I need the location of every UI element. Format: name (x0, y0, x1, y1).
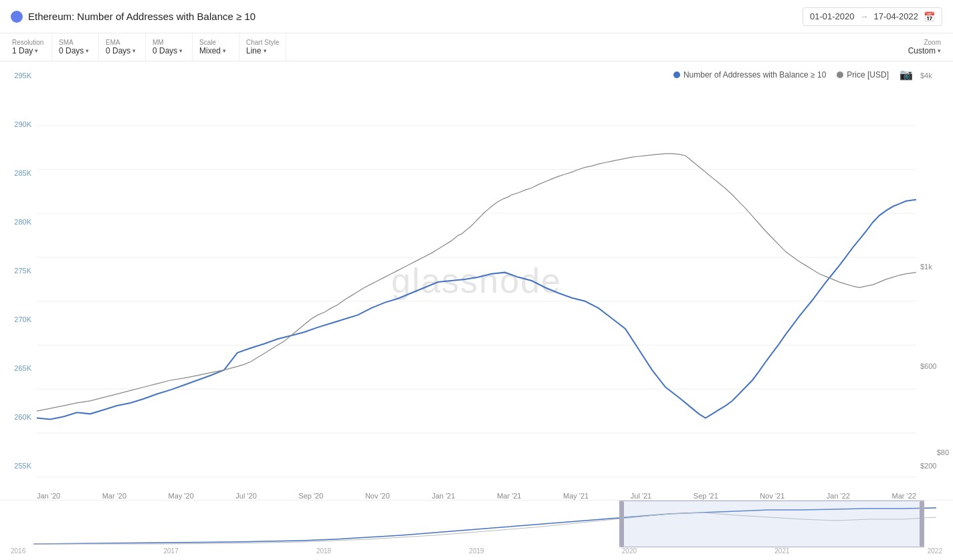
mini-x-2020: 2020 (622, 547, 637, 555)
x-label-jul21: Jul '21 (631, 492, 651, 500)
y-label-290k: 290K (0, 120, 37, 128)
mini-x-2018: 2018 (316, 547, 331, 555)
zoom-value: Custom ▾ (908, 46, 941, 55)
chevron-down-icon: ▾ (223, 47, 226, 54)
chart-style-dropdown[interactable]: Chart Style Line ▾ (239, 33, 286, 61)
y-label-600: $600 (916, 362, 953, 370)
chart-container: Number of Addresses with Balance ≥ 10 Pr… (0, 61, 953, 500)
x-label-mar20: Mar '20 (102, 492, 126, 500)
ema-dropdown[interactable]: EMA 0 Days ▾ (99, 33, 146, 61)
camera-icon[interactable]: 📷 (899, 68, 913, 81)
header-left: Ethereum: Number of Addresses with Balan… (11, 11, 255, 23)
x-label-sep21: Sep '21 (694, 492, 718, 500)
legend-label-price: Price [USD] (847, 70, 889, 80)
x-axis: Jan '20 Mar '20 May '20 Jul '20 Sep '20 … (37, 492, 916, 500)
y-axis-left: 295K 290K 285K 280K 275K 270K 265K 260K … (0, 61, 37, 480)
sma-value: 0 Days ▾ (59, 46, 89, 55)
ema-label: EMA (106, 39, 120, 46)
date-range-picker[interactable]: 01-01-2020 → 17-04-2022 📅 (803, 7, 942, 26)
y-label-275k: 275K (0, 267, 37, 275)
chevron-down-icon: ▾ (86, 47, 89, 54)
y-axis-right: $4k $1k $600 $200 $80 (916, 61, 953, 480)
y-label-200: $200 (916, 462, 953, 470)
legend-label-addresses: Number of Addresses with Balance ≥ 10 (683, 70, 826, 80)
x-label-jul20: Jul '20 (235, 492, 256, 500)
y-label-255k: 255K (0, 462, 37, 470)
x-label-jan20: Jan '20 (37, 492, 60, 500)
sma-dropdown[interactable]: SMA 0 Days ▾ (52, 33, 99, 61)
x-label-jan21: Jan '21 (431, 492, 455, 500)
x-label-mar22: Mar '22 (892, 492, 916, 500)
chart-style-label: Chart Style (246, 39, 279, 46)
y-label-270k: 270K (0, 315, 37, 323)
chevron-down-icon: ▾ (263, 47, 267, 54)
mm-label: MM (152, 39, 164, 46)
x-label-jan22: Jan '22 (827, 492, 850, 500)
mini-chart: 2016 2017 2018 2019 2020 2021 2022 (0, 500, 953, 560)
ema-value: 0 Days ▾ (106, 46, 136, 55)
header: Ethereum: Number of Addresses with Balan… (0, 0, 953, 33)
mini-x-2017: 2017 (163, 547, 178, 555)
chevron-down-icon: ▾ (132, 47, 136, 54)
chevron-down-icon: ▾ (938, 47, 941, 54)
legend-item-price: Price [USD] (837, 70, 889, 80)
date-arrow: → (860, 11, 869, 21)
chart-style-value: Line ▾ (246, 46, 267, 55)
x-label-may21: May '21 (563, 492, 589, 500)
mini-x-2016: 2016 (11, 547, 25, 555)
sma-label: SMA (59, 39, 74, 46)
scale-dropdown[interactable]: Scale Mixed ▾ (193, 33, 239, 61)
y-label-4k: $4k (916, 72, 953, 80)
y-label-265k: 265K (0, 364, 37, 372)
legend: Number of Addresses with Balance ≥ 10 Pr… (673, 68, 913, 81)
chart-svg (37, 82, 916, 480)
mini-x-2022: 2022 (928, 547, 942, 555)
x-label-sep20: Sep '20 (298, 492, 323, 500)
mm-dropdown[interactable]: MM 0 Days ▾ (146, 33, 193, 61)
zoom-label: Zoom (924, 39, 941, 46)
mm-value: 0 Days ▾ (152, 46, 183, 55)
y-label-285k: 285K (0, 169, 37, 177)
y-label-80: $80 (933, 448, 949, 456)
y-label-1k: $1k (916, 263, 953, 271)
x-label-mar21: Mar '21 (497, 492, 521, 500)
legend-item-addresses: Number of Addresses with Balance ≥ 10 (673, 70, 826, 80)
page-title: Ethereum: Number of Addresses with Balan… (28, 11, 255, 22)
x-label-nov21: Nov '21 (760, 492, 784, 500)
chevron-down-icon: ▾ (179, 47, 183, 54)
mini-x-axis: 2016 2017 2018 2019 2020 2021 2022 (0, 547, 953, 555)
ethereum-icon (11, 11, 23, 23)
toolbar: Resolution 1 Day ▾ SMA 0 Days ▾ EMA 0 Da… (0, 33, 953, 61)
resolution-dropdown[interactable]: Resolution 1 Day ▾ (5, 33, 52, 61)
x-label-nov20: Nov '20 (365, 492, 390, 500)
zoom-dropdown[interactable]: Zoom Custom ▾ (901, 33, 948, 61)
resolution-value: 1 Day ▾ (12, 46, 38, 55)
date-end: 17-04-2022 (874, 11, 919, 21)
y-label-295k: 295K (0, 72, 37, 80)
x-label-may20: May '20 (169, 492, 194, 500)
y-label-280k: 280K (0, 218, 37, 226)
scale-label: Scale (199, 39, 216, 46)
chevron-down-icon: ▾ (35, 47, 38, 54)
resolution-label: Resolution (12, 39, 43, 46)
calendar-icon: 📅 (924, 11, 935, 22)
scale-value: Mixed ▾ (199, 46, 226, 55)
mini-chart-svg (0, 501, 953, 547)
legend-dot-blue (673, 72, 680, 78)
mini-x-2019: 2019 (469, 547, 484, 555)
date-start: 01-01-2020 (810, 11, 855, 21)
mini-x-2021: 2021 (774, 547, 789, 555)
y-label-260k: 260K (0, 413, 37, 421)
legend-dot-gray (837, 72, 843, 78)
